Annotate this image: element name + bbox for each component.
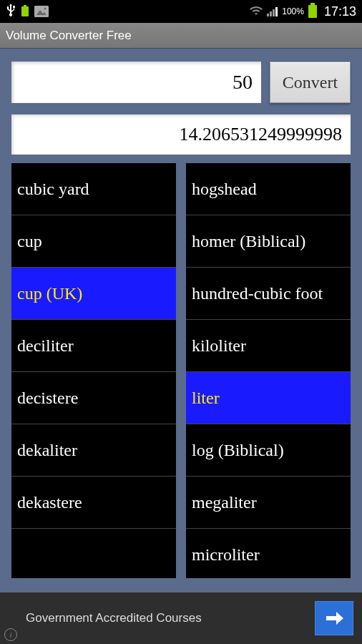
to-unit-list[interactable]: hogsheadhomer (Biblical)hundred-cubic fo… bbox=[186, 163, 351, 578]
list-item[interactable]: homer (Biblical) bbox=[186, 215, 351, 268]
app-body: Convert 14.206531249999998 cubic yardcup… bbox=[0, 49, 362, 592]
app-title-bar: Volume Converter Free bbox=[0, 23, 362, 49]
list-item[interactable]: hundred-cubic foot bbox=[186, 268, 351, 320]
signal-icon bbox=[267, 7, 278, 16]
convert-button[interactable]: Convert bbox=[270, 62, 351, 103]
usb-icon bbox=[6, 4, 16, 19]
status-left bbox=[6, 4, 49, 19]
list-item[interactable]: dekaliter bbox=[11, 424, 176, 477]
ad-banner[interactable]: i Government Accredited Courses bbox=[0, 592, 362, 644]
status-bar: 100% 17:13 bbox=[0, 0, 362, 23]
status-right: 100% 17:13 bbox=[250, 4, 356, 19]
result-value: 14.206531249999998 bbox=[180, 124, 343, 145]
list-item[interactable]: liter bbox=[186, 372, 351, 424]
input-row: Convert bbox=[11, 62, 351, 103]
battery-icon bbox=[308, 5, 317, 18]
from-unit-list[interactable]: cubic yardcupcup (UK)deciliterdecistered… bbox=[11, 163, 176, 578]
wifi-icon bbox=[250, 6, 263, 18]
list-item[interactable]: hogshead bbox=[186, 163, 351, 215]
ad-arrow-button[interactable] bbox=[315, 601, 353, 635]
list-item[interactable]: log (Biblical) bbox=[186, 424, 351, 477]
value-input[interactable] bbox=[11, 62, 261, 103]
battery-percent: 100% bbox=[282, 6, 304, 16]
app-title: Volume Converter Free bbox=[6, 29, 132, 43]
ad-info-icon[interactable]: i bbox=[4, 628, 17, 641]
clock: 17:13 bbox=[324, 4, 356, 19]
svg-rect-0 bbox=[34, 6, 49, 17]
list-item[interactable]: microliter bbox=[186, 529, 351, 578]
battery-small-icon bbox=[21, 6, 29, 16]
list-item[interactable]: cup bbox=[11, 215, 176, 268]
list-item[interactable]: kiloliter bbox=[186, 320, 351, 372]
ad-text: Government Accredited Courses bbox=[26, 611, 202, 625]
list-item[interactable]: megaliter bbox=[186, 477, 351, 529]
result-output: 14.206531249999998 bbox=[11, 114, 351, 155]
list-item[interactable]: dekastere bbox=[11, 477, 176, 529]
unit-lists: cubic yardcupcup (UK)deciliterdecistered… bbox=[11, 163, 351, 578]
list-item[interactable]: cup (UK) bbox=[11, 268, 176, 320]
picture-icon bbox=[34, 6, 49, 17]
list-item[interactable]: deciliter bbox=[11, 320, 176, 372]
list-item[interactable]: decistere bbox=[11, 372, 176, 424]
list-item[interactable]: cubic yard bbox=[11, 163, 176, 215]
svg-point-1 bbox=[44, 8, 47, 10]
